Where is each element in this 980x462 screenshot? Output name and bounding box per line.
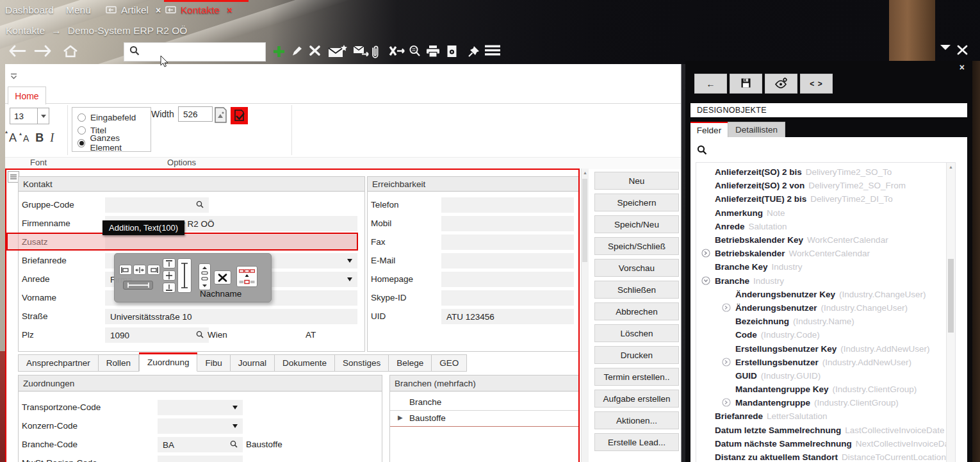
code-view-button[interactable]: < >: [800, 74, 833, 94]
field-list-item[interactable]: AnmerkungNote: [696, 206, 955, 220]
partial-input[interactable]: [158, 456, 243, 462]
field-list-scrollbar[interactable]: ▲: [946, 163, 955, 462]
tab-rollen[interactable]: Rollen: [99, 354, 139, 372]
document-settings-icon[interactable]: [446, 45, 457, 58]
collapse-relation-icon[interactable]: [701, 276, 710, 285]
lookup-icon[interactable]: [196, 331, 204, 340]
mobil-input[interactable]: [441, 216, 574, 231]
transportzone-select[interactable]: [158, 400, 243, 415]
strasse-input[interactable]: Universitätsstraße 10: [105, 309, 357, 324]
homepage-input[interactable]: [441, 272, 574, 287]
close-window-icon[interactable]: [957, 45, 968, 55]
bold-button[interactable]: B: [35, 131, 44, 145]
lookup-icon[interactable]: [196, 201, 204, 210]
tab-menu[interactable]: Menü: [66, 4, 91, 16]
email-input[interactable]: [441, 253, 574, 268]
chevron-down-icon[interactable]: [37, 108, 49, 124]
vorschau-button[interactable]: Vorschau: [594, 259, 679, 277]
expand-relation-icon[interactable]: [701, 249, 710, 258]
width-input[interactable]: 526: [178, 106, 213, 122]
field-list-item[interactable]: Anlieferzeit(SO) 2 bisDeliveryTime2_SO_T…: [696, 165, 955, 179]
neu-button[interactable]: Neu: [594, 172, 679, 190]
insert-row-button[interactable]: [236, 266, 257, 287]
attachment-icon[interactable]: [370, 45, 380, 59]
radio-icon[interactable]: [78, 113, 86, 122]
home-icon[interactable]: [63, 45, 78, 58]
skype-input[interactable]: [441, 290, 574, 306]
align-center-button[interactable]: [133, 265, 146, 275]
search-input[interactable]: [124, 42, 266, 62]
expand-relation-icon[interactable]: [722, 398, 731, 407]
field-list-item[interactable]: Anlieferzeit(SO) 2 vonDeliveryTime2_SO_F…: [696, 179, 955, 192]
plz-input[interactable]: 1090: [105, 327, 209, 343]
lookup-icon[interactable]: [230, 440, 238, 450]
gruppe-code-input[interactable]: [105, 197, 209, 213]
close-panel-icon[interactable]: ×: [960, 62, 965, 72]
remove-field-button[interactable]: [214, 270, 231, 285]
tab-felder[interactable]: Felder: [690, 122, 728, 137]
font-decrease-button[interactable]: ▴A: [23, 133, 29, 144]
telefon-input[interactable]: [441, 197, 574, 213]
forward-mail-icon[interactable]: [353, 45, 370, 56]
stretch-horizontal-button[interactable]: [123, 281, 153, 290]
export-icon[interactable]: [388, 45, 406, 57]
fax-input[interactable]: [441, 235, 574, 250]
tab-dashboard[interactable]: Dashboard: [5, 4, 54, 16]
tab-sonstiges[interactable]: Sonstiges: [335, 354, 389, 372]
ribbon-collapse-icon[interactable]: [10, 70, 17, 82]
expand-relation-icon[interactable]: [722, 358, 731, 367]
field-list-item[interactable]: Erstellungsbenutzer(Industry.AddNewUser): [696, 356, 955, 369]
align-right-button[interactable]: [147, 265, 160, 275]
aufgabe-erstellen-button[interactable]: Aufgabe erstellen: [594, 390, 679, 408]
field-list-item[interactable]: Mandantengruppe Key(Industry.ClientGroup…: [696, 383, 955, 396]
search-document-icon[interactable]: [409, 45, 421, 57]
field-list-item[interactable]: Branche KeyIndustry: [696, 260, 955, 274]
align-bottom-button[interactable]: [163, 283, 176, 293]
branche-code-input[interactable]: BA: [158, 437, 243, 452]
align-middle-button[interactable]: [163, 270, 176, 281]
field-position-widget[interactable]: Nachname: [114, 253, 272, 302]
move-row-button[interactable]: [199, 263, 211, 290]
tab-belege[interactable]: Belege: [389, 354, 432, 372]
drucken-button[interactable]: Drucken: [594, 346, 679, 364]
field-list-item[interactable]: BetriebskalenderWorkCenterCalendar: [696, 247, 955, 260]
stretch-vertical-button[interactable]: [177, 258, 192, 293]
field-list-item[interactable]: Änderungsbenutzer Key(Industry.ChangeUse…: [696, 288, 955, 301]
edit-icon[interactable]: [291, 45, 303, 56]
add-icon[interactable]: [272, 45, 286, 58]
field-list-item[interactable]: Anlieferzeit(TUE) 2 bisDeliveryTime2_DI_…: [696, 192, 955, 206]
field-list-item[interactable]: BrancheIndustry: [696, 274, 955, 288]
loeschen-button[interactable]: Löschen: [594, 324, 679, 342]
ribbon-tab-home[interactable]: Home: [8, 87, 46, 104]
tab-detaillisten[interactable]: Detaillisten: [728, 122, 785, 137]
field-list-item[interactable]: Änderungsbenutzer(Industry.ChangeUser): [696, 301, 955, 315]
field-list-item[interactable]: GUID(Industry.GUID): [696, 369, 955, 383]
font-size-select[interactable]: 13: [10, 108, 49, 124]
search-icon[interactable]: [697, 145, 707, 158]
scrollbar-thumb[interactable]: [582, 179, 587, 262]
uid-input[interactable]: ATU 123456: [441, 309, 574, 324]
italic-button[interactable]: I: [50, 131, 54, 145]
konzern-select[interactable]: [158, 418, 243, 434]
back-button[interactable]: ←: [694, 74, 727, 94]
breadcrumb-section[interactable]: Kontakte: [6, 25, 45, 37]
scrollbar-thumb[interactable]: [948, 259, 954, 333]
field-list[interactable]: Anlieferzeit(SO) 2 bisDeliveryTime2_SO_T…: [696, 162, 956, 462]
radio-icon-selected[interactable]: [78, 139, 85, 147]
form-scrollbar[interactable]: ▲: [581, 169, 589, 462]
font-increase-button[interactable]: ▴A: [9, 131, 17, 145]
menu-icon[interactable]: [485, 45, 500, 56]
close-tab-icon[interactable]: ×: [227, 5, 232, 15]
form-design-surface[interactable]: Kontakt Gruppe-Code Firmenname Demo-Syst…: [5, 169, 580, 462]
apply-check-icon[interactable]: [231, 107, 248, 127]
nav-forward-icon[interactable]: [34, 45, 52, 57]
collapse-panel-icon[interactable]: [940, 45, 951, 51]
tab-dokumente[interactable]: Dokumente: [275, 354, 335, 372]
tab-fibu[interactable]: Fibu: [197, 354, 230, 372]
scroll-up-icon[interactable]: ▲: [582, 169, 589, 175]
tab-artikel[interactable]: Artikel ×: [106, 4, 161, 16]
field-list-item[interactable]: AnredeSalutation: [696, 220, 955, 233]
preview-button[interactable]: [765, 74, 797, 94]
field-list-item[interactable]: Datum nächste SammelrechnungNextCollecti…: [696, 437, 955, 450]
option-ganzes-element[interactable]: Ganzes Element: [78, 136, 151, 149]
